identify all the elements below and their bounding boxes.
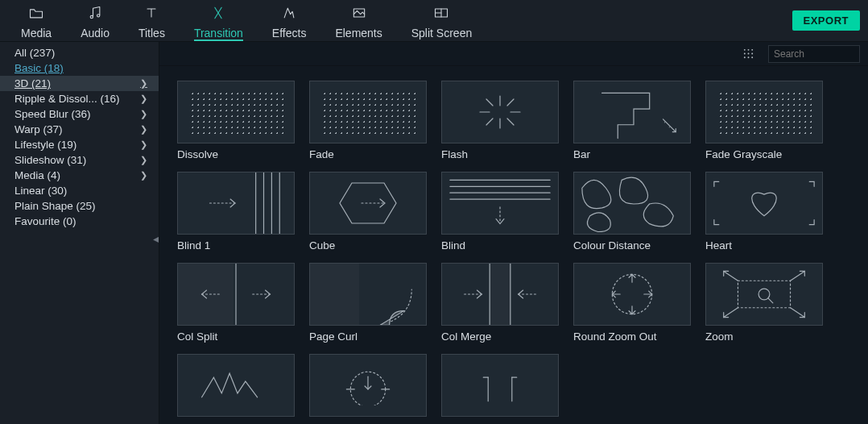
top-tab-transition[interactable]: Transition: [180, 0, 258, 41]
transition-card[interactable]: Col Split: [177, 263, 295, 343]
sidebar-item[interactable]: Ripple & Dissol... (16)❯: [0, 91, 159, 106]
transition-label: Zoom: [705, 330, 823, 343]
sidebar-item[interactable]: Lifestyle (19)❯: [0, 137, 159, 152]
chevron-right-icon: ❯: [140, 94, 147, 104]
svg-point-12: [743, 56, 745, 58]
chevron-right-icon: ❯: [140, 170, 147, 181]
sidebar-item-label: Favourite (0): [14, 215, 76, 227]
svg-point-10: [747, 53, 749, 55]
transition-card[interactable]: [441, 354, 559, 422]
transition-card[interactable]: Col Merge: [441, 263, 559, 343]
svg-line-24: [486, 118, 493, 125]
sidebar-item-label: Media (4): [14, 169, 60, 181]
elements-icon: [351, 5, 367, 23]
sidebar-item[interactable]: 3D (21)❯: [0, 76, 159, 91]
top-tab-label: Audio: [81, 27, 110, 39]
transition-card[interactable]: Cube: [309, 172, 427, 251]
sidebar-item-label: Basic (18): [14, 62, 64, 74]
transition-card[interactable]: Page Curl: [309, 263, 427, 343]
top-tab-effects[interactable]: Effects: [258, 0, 321, 41]
transition-icon: [210, 5, 226, 23]
transition-label: Cube: [309, 239, 427, 251]
top-tab-label: Elements: [335, 27, 382, 39]
top-tab-media[interactable]: Media: [6, 0, 66, 41]
sidebar-item[interactable]: Warp (37)❯: [0, 122, 159, 137]
sidebar-collapse-handle[interactable]: ◀: [153, 231, 159, 246]
transition-card[interactable]: [177, 354, 295, 422]
sidebar-item-label: All (237): [14, 47, 55, 59]
search-input[interactable]: [774, 48, 868, 60]
transition-card[interactable]: [309, 354, 427, 422]
top-tab-label: Titles: [138, 27, 165, 39]
transition-label: Fade Grayscale: [705, 148, 823, 160]
svg-line-58: [724, 271, 738, 281]
transition-card[interactable]: Colour Distance: [573, 172, 691, 251]
sidebar-item[interactable]: Linear (30): [0, 183, 159, 198]
chevron-right-icon: ❯: [140, 124, 147, 135]
top-tab-titles[interactable]: Titles: [124, 0, 180, 41]
transition-card[interactable]: Flash: [441, 81, 559, 160]
transition-card[interactable]: Dissolve: [177, 81, 295, 160]
sidebar-item[interactable]: Basic (18): [0, 60, 159, 76]
search-box[interactable]: [768, 45, 860, 63]
sidebar-item[interactable]: Speed Blur (36)❯: [0, 106, 159, 122]
sidebar-item[interactable]: Plain Shape (25): [0, 198, 159, 214]
svg-point-7: [747, 49, 749, 51]
transition-card[interactable]: Fade: [309, 81, 427, 160]
svg-point-13: [747, 56, 749, 58]
transition-card[interactable]: Blind: [441, 172, 559, 251]
folder-icon: [28, 5, 44, 23]
transition-thumb: [573, 81, 691, 143]
transition-thumb: [177, 81, 295, 143]
thumbnail-view-button[interactable]: [739, 45, 757, 63]
sidebar-item-label: Linear (30): [14, 185, 67, 197]
top-tab-label: Split Screen: [411, 27, 472, 39]
transition-label: Blind 1: [177, 239, 295, 251]
top-toolbar: Media Audio Titles Transition Effects El…: [0, 0, 868, 42]
effects-icon: [281, 5, 297, 23]
sidebar-item-label: Lifestyle (19): [14, 139, 76, 151]
svg-rect-44: [310, 264, 359, 326]
transition-thumb: [441, 81, 559, 143]
sidebar-item-label: 3D (21): [14, 77, 51, 89]
transition-thumb: [177, 354, 295, 417]
transition-label: Heart: [705, 239, 823, 251]
transition-card[interactable]: Zoom: [705, 263, 823, 343]
transition-grid: DissolveFade Flash BarFade Grayscale Bli…: [159, 66, 868, 424]
svg-point-8: [751, 49, 753, 51]
content-header: [159, 42, 868, 66]
transition-card[interactable]: Bar: [573, 81, 691, 160]
transition-card[interactable]: Round Zoom Out: [573, 263, 691, 343]
svg-rect-55: [738, 281, 790, 308]
sidebar-item[interactable]: Media (4)❯: [0, 168, 159, 183]
sidebar-item[interactable]: Slideshow (31)❯: [0, 152, 159, 168]
svg-line-57: [768, 298, 773, 303]
top-tab-split-screen[interactable]: Split Screen: [397, 0, 486, 41]
transition-card[interactable]: Fade Grayscale: [705, 81, 823, 160]
main-split: All (237)Basic (18)3D (21)❯Ripple & Diss…: [0, 42, 868, 424]
sidebar-list: All (237)Basic (18)3D (21)❯Ripple & Diss…: [0, 42, 159, 229]
svg-point-0: [90, 15, 93, 18]
transition-label: Bar: [573, 148, 691, 160]
export-button[interactable]: EXPORT: [792, 10, 860, 31]
transition-card[interactable]: Heart: [705, 172, 823, 251]
transition-card[interactable]: Blind 1: [177, 172, 295, 251]
transition-thumb: [441, 172, 559, 235]
svg-point-1: [97, 15, 100, 17]
top-tab-audio[interactable]: Audio: [66, 0, 124, 41]
top-tab-label: Effects: [272, 27, 307, 39]
sidebar-item-label: Speed Blur (36): [14, 108, 91, 120]
svg-marker-33: [340, 183, 396, 223]
svg-line-23: [507, 99, 514, 106]
sidebar-item[interactable]: All (237): [0, 45, 159, 60]
top-tab-elements[interactable]: Elements: [320, 0, 396, 41]
svg-line-60: [724, 308, 738, 318]
svg-rect-45: [490, 264, 510, 326]
top-tab-label: Transition: [194, 27, 243, 39]
transition-label: Col Split: [177, 330, 295, 343]
chevron-right-icon: ❯: [140, 139, 147, 150]
svg-line-59: [791, 271, 805, 281]
sidebar-item[interactable]: Favourite (0): [0, 214, 159, 229]
svg-line-22: [507, 118, 514, 125]
sidebar-item-label: Slideshow (31): [14, 154, 86, 166]
